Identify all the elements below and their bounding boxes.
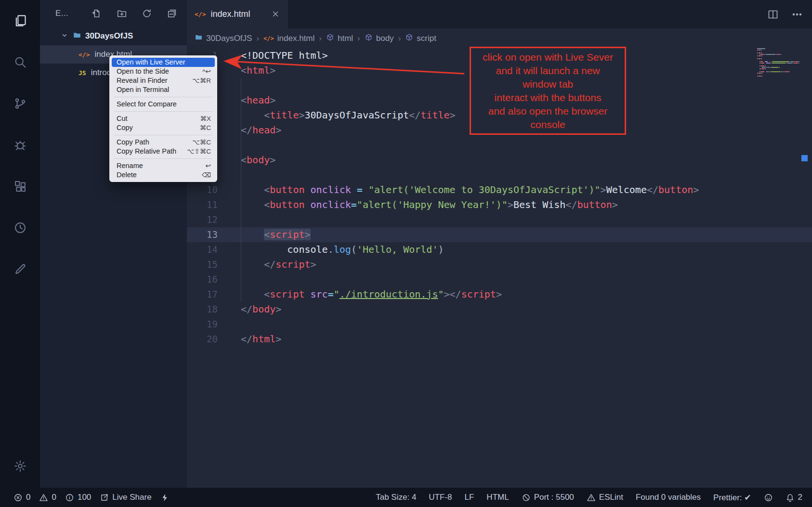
status-label: Found 0 variables <box>636 493 701 502</box>
collapse-all-icon[interactable] <box>167 8 177 19</box>
line-number: 14 <box>187 242 218 257</box>
minimap-line <box>757 51 799 52</box>
breadcrumb-label: index.html <box>277 34 314 43</box>
menu-item-cut[interactable]: Cut⌘X <box>112 114 215 123</box>
status-lf[interactable]: LF <box>465 493 474 502</box>
line-number: 16 <box>187 272 218 287</box>
menu-item-shortcut: ⌥⌘C <box>192 138 211 147</box>
tab-title: index.html <box>210 9 250 19</box>
tab-index-html[interactable]: </> index.html <box>187 0 289 28</box>
code-line-15[interactable]: 15 </script> <box>187 257 812 272</box>
status-utf-8[interactable]: UTF-8 <box>429 493 452 502</box>
status-live-share[interactable]: Live Share <box>100 493 151 502</box>
status-tab-size-4[interactable]: Tab Size: 4 <box>376 493 416 502</box>
breadcrumb-item-script[interactable]: script <box>405 33 436 44</box>
menu-separator <box>114 111 212 112</box>
menu-item-label: Copy Path <box>117 138 149 147</box>
status-0[interactable]: 0 <box>39 493 56 502</box>
status-prettier[interactable]: Prettier: ✔ <box>713 493 751 503</box>
status-zap[interactable] <box>160 493 170 502</box>
menu-item-open-with-live-server[interactable]: Open with Live Server <box>112 58 215 67</box>
activity-bar <box>0 0 40 488</box>
annotation-box: click on open with Live Sever and it wil… <box>470 47 626 135</box>
status-100[interactable]: 100 <box>65 493 91 502</box>
more-actions-icon[interactable] <box>791 8 803 21</box>
code-line-11[interactable]: 11 <button onclick="alert('Happy New Yea… <box>187 197 812 212</box>
menu-item-copy[interactable]: Copy⌘C <box>112 123 215 132</box>
code-text: <title>30DaysOfJavaScript</title> <box>241 108 456 123</box>
menu-item-open-to-the-side[interactable]: Open to the Side^↩ <box>112 67 215 76</box>
minimap-line <box>757 76 799 77</box>
code-text: console.log('Hello, World') <box>241 242 444 257</box>
status-0[interactable]: 0 <box>13 493 30 502</box>
status-label: 0 <box>26 493 30 502</box>
breadcrumb-label: script <box>417 34 436 43</box>
code-line-8[interactable]: 8<body> <box>187 153 812 168</box>
refresh-icon[interactable] <box>142 8 152 19</box>
minimap-line <box>757 54 799 55</box>
status-smiley[interactable] <box>764 493 773 502</box>
folder-icon <box>195 33 203 44</box>
breadcrumb-item-30daysofjs[interactable]: 30DaysOfJS <box>195 33 252 44</box>
menu-item-reveal-in-finder[interactable]: Reveal in Finder⌥⌘R <box>112 76 215 85</box>
split-editor-icon[interactable] <box>767 8 779 21</box>
warning-triangle-icon <box>587 493 596 502</box>
code-line-18[interactable]: 18</body> <box>187 302 812 317</box>
menu-item-shortcut: ⌫ <box>202 170 211 180</box>
code-text: <head> <box>241 93 275 108</box>
breadcrumb-item-html[interactable]: html <box>326 33 353 44</box>
menu-item-label: Cut <box>117 114 128 123</box>
smiley-icon <box>764 493 773 502</box>
code-line-19[interactable]: 19 <box>187 317 812 332</box>
code-line-20[interactable]: 20</html> <box>187 332 812 347</box>
line-number: 20 <box>187 332 218 347</box>
menu-item-select-for-compare[interactable]: Select for Compare <box>112 100 215 109</box>
breadcrumb-item-body[interactable]: body <box>365 33 394 44</box>
status-found-0-variables[interactable]: Found 0 variables <box>636 493 701 502</box>
code-line-7[interactable]: 7 <box>187 138 812 153</box>
code-line-16[interactable]: 16 <box>187 272 812 287</box>
menu-item-rename[interactable]: Rename↩ <box>112 161 215 170</box>
new-folder-icon[interactable] <box>117 8 127 19</box>
new-file-icon[interactable] <box>92 8 102 19</box>
status-label: LF <box>465 493 474 502</box>
breadcrumb-separator-icon: › <box>319 34 322 43</box>
menu-item-delete[interactable]: Delete⌫ <box>112 170 215 180</box>
menu-item-copy-relative-path[interactable]: Copy Relative Path⌥⇧⌘C <box>112 147 215 156</box>
html-file-icon: </> <box>263 35 274 42</box>
tab-bar: </> index.html <box>187 0 812 28</box>
status-eslint[interactable]: ESLint <box>587 493 623 502</box>
code-line-17[interactable]: 17 <script src="./introduction.js"></scr… <box>187 287 812 302</box>
menu-item-open-in-terminal[interactable]: Open in Terminal <box>112 85 215 94</box>
search-icon[interactable] <box>9 51 31 73</box>
indent-guide <box>241 78 241 302</box>
minimap[interactable] <box>757 48 799 77</box>
breadcrumb-label: html <box>338 34 353 43</box>
settings-gear-icon[interactable] <box>9 455 31 477</box>
status-port-5500[interactable]: Port : 5500 <box>522 493 574 502</box>
extensions-icon[interactable] <box>9 175 31 197</box>
code-line-14[interactable]: 14 console.log('Hello, World') <box>187 242 812 257</box>
menu-item-shortcut: ↩ <box>206 161 211 170</box>
code-line-13[interactable]: 13 <script> <box>187 227 812 242</box>
history-icon[interactable] <box>9 217 31 239</box>
code-text: </script> <box>241 257 316 272</box>
menu-item-label: Reveal in Finder <box>117 76 168 85</box>
close-tab-icon[interactable] <box>271 10 281 19</box>
status-2[interactable]: 2 <box>786 493 802 502</box>
breadcrumb-item-index-html[interactable]: </>index.html <box>263 34 314 43</box>
debug-icon[interactable] <box>9 134 31 156</box>
explorer-icon[interactable] <box>9 10 31 32</box>
explorer-header: E... <box>40 0 187 27</box>
code-line-10[interactable]: 10 <button onclick = "alert('Welcome to … <box>187 182 812 197</box>
source-control-icon[interactable] <box>9 92 31 115</box>
menu-item-copy-path[interactable]: Copy Path⌥⌘C <box>112 138 215 147</box>
code-line-12[interactable]: 12 <box>187 212 812 227</box>
status-html[interactable]: HTML <box>486 493 509 502</box>
error-circle-icon <box>13 493 23 502</box>
folder-row-30daysofjs[interactable]: 30DaysOfJS <box>40 27 187 45</box>
minimap-line <box>757 73 799 74</box>
line-number: 18 <box>187 302 218 317</box>
code-line-9[interactable]: 9 <box>187 168 812 182</box>
feedback-icon[interactable] <box>9 258 31 280</box>
